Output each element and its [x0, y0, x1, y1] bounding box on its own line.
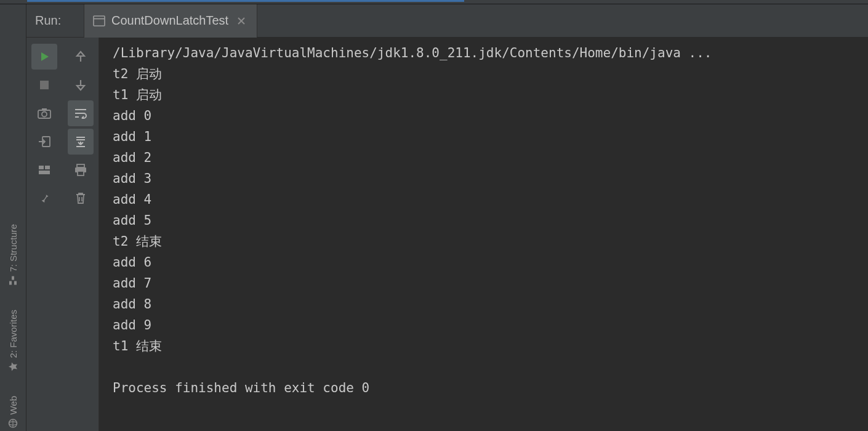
top-progress-bar [0, 0, 868, 4]
export-icon [38, 135, 50, 148]
favorites-tool-window-button[interactable]: 2: Favorites [8, 310, 18, 371]
run-config-tab[interactable]: CountDownLatchTest [84, 4, 257, 38]
pin-button[interactable] [31, 185, 57, 211]
svg-point-10 [42, 112, 47, 117]
console-output[interactable]: /Library/Java/JavaVirtualMachines/jdk1.8… [99, 38, 868, 431]
svg-rect-11 [42, 108, 47, 111]
svg-rect-15 [39, 171, 50, 174]
run-config-title: CountDownLatchTest [111, 14, 228, 28]
structure-tool-window-button[interactable]: 7: Structure [8, 224, 18, 286]
star-icon [8, 361, 18, 371]
favorites-label: 2: Favorites [8, 310, 18, 358]
svg-rect-8 [40, 81, 49, 89]
run-label: Run: [26, 14, 84, 28]
layout-button[interactable] [31, 157, 57, 183]
structure-label: 7: Structure [8, 224, 18, 272]
web-tool-window-button[interactable]: Web [8, 396, 18, 429]
softwrap-button[interactable] [68, 100, 94, 126]
down-stack-button[interactable] [68, 72, 94, 98]
trash-icon [75, 192, 86, 204]
close-icon[interactable] [235, 15, 248, 26]
print-button[interactable] [68, 157, 94, 183]
scroll-to-end-button[interactable] [68, 129, 94, 155]
up-stack-button[interactable] [68, 44, 94, 70]
run-toolbar-primary [26, 38, 62, 431]
svg-rect-1 [14, 281, 17, 284]
print-icon [74, 164, 87, 176]
svg-rect-2 [12, 276, 14, 280]
up-icon [75, 50, 86, 63]
run-toolbar-secondary [62, 38, 99, 431]
run-icon [38, 50, 50, 63]
down-icon [75, 79, 86, 91]
exit-button[interactable] [31, 129, 57, 155]
svg-rect-0 [9, 281, 12, 284]
clear-all-button[interactable] [68, 185, 94, 211]
dump-threads-button[interactable] [31, 100, 57, 126]
rerun-button[interactable] [31, 44, 57, 70]
stop-icon [39, 79, 50, 91]
structure-panel-icon [8, 275, 18, 285]
layout-icon [38, 165, 50, 175]
wrap-icon [74, 108, 87, 119]
stop-button[interactable] [31, 72, 57, 98]
web-label: Web [8, 396, 18, 415]
scroll-end-icon [74, 135, 87, 148]
application-icon [93, 15, 105, 26]
svg-rect-14 [45, 166, 50, 169]
globe-icon [8, 419, 18, 429]
camera-icon [38, 108, 51, 119]
left-tool-rail: 7: Structure 2: Favorites Web [0, 4, 26, 431]
svg-rect-6 [94, 16, 105, 26]
svg-rect-16 [77, 164, 84, 167]
svg-rect-18 [78, 171, 84, 175]
svg-rect-13 [39, 166, 44, 169]
run-tool-tabbar: Run: CountDownLatchTest [26, 4, 868, 38]
pin-icon [39, 193, 50, 204]
